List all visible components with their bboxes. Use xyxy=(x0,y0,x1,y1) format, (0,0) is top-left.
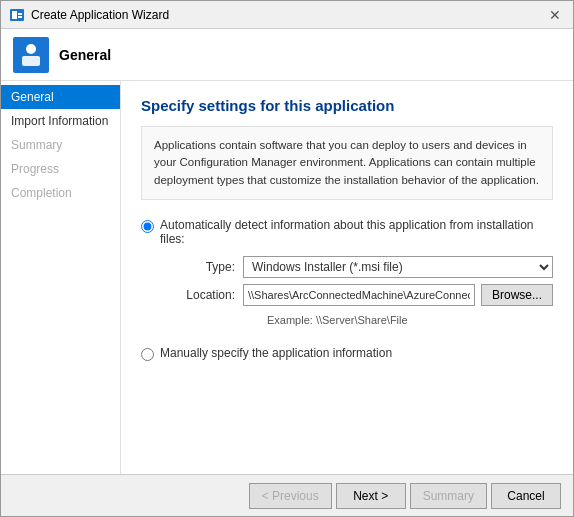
wizard-icon xyxy=(9,7,25,23)
close-button[interactable]: ✕ xyxy=(545,5,565,25)
svg-rect-5 xyxy=(22,56,40,66)
manual-radio-row: Manually specify the application informa… xyxy=(141,346,553,361)
location-input[interactable] xyxy=(243,284,475,306)
title-bar-left: Create Application Wizard xyxy=(9,7,169,23)
manual-label[interactable]: Manually specify the application informa… xyxy=(160,346,392,360)
sidebar-item-summary: Summary xyxy=(1,133,120,157)
type-label: Type: xyxy=(165,260,235,274)
content-title: Specify settings for this application xyxy=(141,97,553,114)
header-title: General xyxy=(59,47,111,63)
location-control: Browse... xyxy=(243,284,553,306)
summary-button[interactable]: Summary xyxy=(410,483,487,509)
content-area: Specify settings for this application Ap… xyxy=(121,81,573,474)
svg-point-4 xyxy=(26,44,36,54)
location-label: Location: xyxy=(165,288,235,302)
auto-detect-row: Automatically detect information about t… xyxy=(141,218,553,246)
header-icon xyxy=(13,37,49,73)
sidebar-item-import[interactable]: Import Information xyxy=(1,109,120,133)
title-bar: Create Application Wizard ✕ xyxy=(1,1,573,29)
type-control: Windows Installer (*.msi file) xyxy=(243,256,553,278)
previous-button[interactable]: < Previous xyxy=(249,483,332,509)
sidebar: General Import Information Summary Progr… xyxy=(1,81,121,474)
next-button[interactable]: Next > xyxy=(336,483,406,509)
footer: < Previous Next > Summary Cancel xyxy=(1,474,573,516)
svg-rect-3 xyxy=(18,16,22,18)
example-text: Example: \\Server\Share\File xyxy=(267,314,553,326)
dialog-title: Create Application Wizard xyxy=(31,8,169,22)
type-select[interactable]: Windows Installer (*.msi file) xyxy=(243,256,553,278)
svg-rect-2 xyxy=(18,13,22,15)
main-area: General Import Information Summary Progr… xyxy=(1,81,573,474)
cancel-button[interactable]: Cancel xyxy=(491,483,561,509)
sidebar-item-progress: Progress xyxy=(1,157,120,181)
description-text: Applications contain software that you c… xyxy=(141,126,553,200)
general-icon xyxy=(17,41,45,69)
auto-detect-radio[interactable] xyxy=(141,220,154,233)
manual-radio[interactable] xyxy=(141,348,154,361)
sidebar-item-completion: Completion xyxy=(1,181,120,205)
auto-detect-label[interactable]: Automatically detect information about t… xyxy=(160,218,553,246)
field-grid: Type: Windows Installer (*.msi file) Loc… xyxy=(165,256,553,326)
create-application-wizard: Create Application Wizard ✕ General Gene… xyxy=(0,0,574,517)
svg-rect-1 xyxy=(12,11,17,19)
header-bar: General xyxy=(1,29,573,81)
auto-detect-section: Automatically detect information about t… xyxy=(141,218,553,326)
sidebar-item-general[interactable]: General xyxy=(1,85,120,109)
browse-button[interactable]: Browse... xyxy=(481,284,553,306)
